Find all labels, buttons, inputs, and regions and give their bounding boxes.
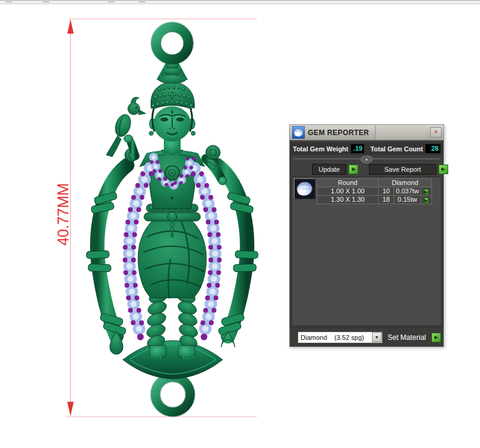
collapse-divider: ▲ <box>293 155 440 163</box>
total-gem-count-label: Total Gem Count <box>370 145 423 153</box>
material-dropdown-value: Diamond (3.52 spg) <box>298 334 372 341</box>
gem-list-panel: Round Diamond 1.00 X 1.00 10 0.037tw ▶ 1… <box>292 177 442 326</box>
save-report-label: Save Report <box>369 164 436 175</box>
dimension-label: 40.77MM <box>55 183 71 246</box>
pendant-model[interactable] <box>86 22 258 417</box>
gem-reporter-dialog: GEM REPORTER × Total Gem Weight .19 Tota… <box>289 124 444 347</box>
gem-count-cell[interactable]: 10 <box>379 187 394 196</box>
actions-row: Update ▶ Save Report ▶ <box>290 163 443 175</box>
save-report-button[interactable]: ▶ <box>439 165 448 174</box>
gem-reporter-icon <box>292 126 305 139</box>
total-gem-weight-label: Total Gem Weight <box>293 145 349 153</box>
gem-stats-row: Total Gem Weight .19 Total Gem Count 28 <box>291 142 442 155</box>
gem-table-header: Round Diamond <box>317 179 432 187</box>
model-viewport[interactable]: 40.77MM <box>0 0 282 448</box>
set-material-label: Set Material <box>388 333 426 342</box>
gem-size-cell[interactable]: 1.30 X 1.30 <box>317 196 379 204</box>
collapse-icon[interactable]: ▲ <box>361 156 373 163</box>
set-material-button[interactable]: ▶ <box>431 333 441 342</box>
total-gem-count-value: 28 <box>425 144 440 153</box>
update-button[interactable]: ▶ <box>349 165 358 174</box>
gem-weight-cell[interactable]: 0.15tw <box>394 196 421 204</box>
material-bar: Diamond (3.52 spg) ▼ Set Material ▶ <box>290 327 443 347</box>
dimension-arrow-up <box>67 19 74 34</box>
dialog-title: GEM REPORTER <box>308 129 369 137</box>
row-action-button[interactable]: ▶ <box>424 198 428 203</box>
pendant-base <box>123 341 223 379</box>
total-gem-weight-value: .19 <box>351 144 365 153</box>
gem-weight-cell[interactable]: 0.037tw <box>394 187 421 196</box>
gem-preview-image <box>294 178 316 199</box>
shape-column-header[interactable]: Round <box>317 179 379 187</box>
chevron-down-icon[interactable]: ▼ <box>372 332 382 342</box>
table-row[interactable]: 1.30 X 1.30 18 0.15tw ▶ <box>317 196 432 204</box>
dialog-titlebar[interactable]: GEM REPORTER × <box>290 125 443 141</box>
row-action-button[interactable]: ▶ <box>424 189 428 195</box>
update-label: Update <box>312 164 346 175</box>
table-row[interactable]: 1.00 X 1.00 10 0.037tw ▶ <box>317 187 432 196</box>
pendant-crown <box>151 22 194 109</box>
gem-size-cell[interactable]: 1.00 X 1.00 <box>317 187 379 196</box>
gem-count-cell[interactable]: 18 <box>379 196 394 204</box>
material-dropdown[interactable]: Diamond (3.52 spg) ▼ <box>298 331 382 343</box>
dimension-arrow-down <box>67 402 74 416</box>
titlebar-filler <box>375 126 427 139</box>
close-icon[interactable]: × <box>430 127 442 138</box>
material-column-header[interactable]: Diamond <box>379 179 432 187</box>
gem-table: Round Diamond 1.00 X 1.00 10 0.037tw ▶ 1… <box>317 178 432 204</box>
parrot-figure <box>106 97 146 157</box>
pendant-face <box>149 106 196 154</box>
